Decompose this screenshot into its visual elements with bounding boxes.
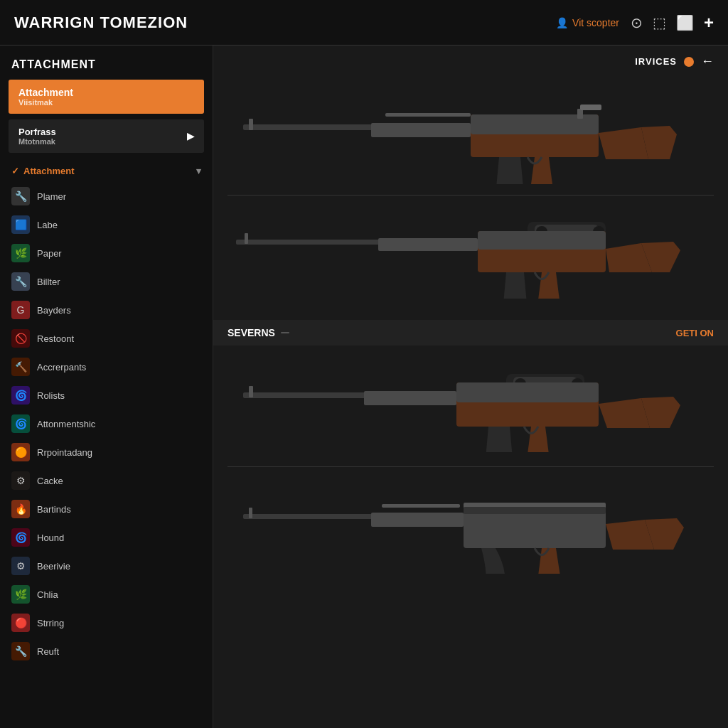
beerivie-icon: ⚙ — [11, 557, 30, 575]
svg-rect-32 — [382, 504, 460, 508]
rifle-3-svg — [228, 360, 714, 452]
rrpointadang-label: Rrpointadang — [37, 447, 92, 458]
sidebar-item-reuft[interactable]: 🔧 Reuft — [6, 637, 207, 665]
sidebar-item-rrpointadang[interactable]: 🟠 Rrpointadang — [6, 438, 207, 466]
sidebar: ATTACHMENT Attachment Viisitmak Porfrass… — [0, 46, 213, 728]
hound-label: Hound — [37, 532, 64, 543]
chevron-down-icon: ▾ — [196, 166, 201, 176]
cacke-label: Cacke — [37, 476, 63, 486]
rifle-4-image — [228, 474, 714, 581]
section-label: Attachment — [23, 166, 75, 176]
svg-rect-18 — [249, 386, 253, 397]
svg-rect-24 — [456, 382, 599, 402]
add-icon[interactable]: + — [704, 13, 714, 33]
sidebar-item-rolists[interactable]: 🌀 Rolists — [6, 381, 207, 410]
chlia-label: Chlia — [37, 589, 58, 600]
attonmentshic-label: Attonmentshic — [37, 419, 95, 429]
sidebar-item-restoont[interactable]: 🚫 Restoont — [6, 324, 207, 353]
reuft-label: Reuft — [37, 646, 59, 657]
severns-title: SEVERNS — [228, 327, 289, 338]
sidebar-item-beerivie[interactable]: ⚙ Beerivie — [6, 552, 207, 580]
bayders-icon: G — [11, 301, 30, 319]
content-area: IRVICES ← — [213, 46, 728, 728]
sidebar-item-cacke[interactable]: ⚙ Cacke — [6, 466, 207, 495]
bartinds-icon: 🔥 — [11, 500, 30, 518]
bartinds-label: Bartinds — [37, 504, 71, 515]
severns-label: SEVERNS — [228, 327, 275, 338]
accrerpants-label: Accrerpants — [37, 362, 86, 373]
sidebar-item-labe[interactable]: 🟦 Labe — [6, 210, 207, 239]
main-layout: ATTACHMENT Attachment Viisitmak Porfrass… — [0, 46, 728, 728]
paper-label: Paper — [37, 248, 62, 259]
rrpointadang-icon: 🟠 — [11, 443, 30, 461]
rifle-2-image — [228, 199, 714, 306]
svg-rect-9 — [245, 233, 248, 244]
geti-on-button[interactable]: GETI ON — [676, 328, 714, 338]
user-info: 👤 Vit scopter — [556, 17, 619, 28]
rifle-2-svg — [228, 206, 714, 299]
attachment-btn-main: Attachment — [18, 87, 194, 98]
svg-rect-6 — [371, 123, 471, 137]
sidebar-item-billter[interactable]: 🔧 Billter — [6, 267, 207, 296]
rifle-3-image — [228, 353, 714, 459]
sidebar-item-bayders[interactable]: G Bayders — [6, 296, 207, 324]
orange-indicator — [684, 57, 694, 67]
svg-rect-4 — [577, 109, 583, 119]
severns-badge — [281, 332, 289, 333]
back-arrow-icon[interactable]: ← — [701, 54, 714, 69]
plamer-label: Plamer — [37, 191, 66, 202]
severns-bar: SEVERNS GETI ON — [213, 320, 728, 346]
hound-icon: 🌀 — [11, 528, 30, 547]
svg-rect-27 — [249, 508, 252, 518]
user-icon: 👤 — [556, 17, 568, 28]
billter-label: Billter — [37, 277, 60, 287]
sidebar-item-paper[interactable]: 🌿 Paper — [6, 239, 207, 267]
sidebar-item-plamer[interactable]: 🔧 Plamer — [6, 182, 207, 210]
attonmentshic-icon: 🌀 — [11, 414, 30, 433]
labe-icon: 🟦 — [11, 215, 30, 234]
reuft-icon: 🔧 — [11, 642, 30, 660]
check-icon: ✓ — [11, 166, 19, 176]
username: Vit scopter — [572, 17, 619, 28]
divider-1 — [228, 195, 714, 196]
svg-rect-25 — [364, 391, 456, 405]
section-header: ✓ Attachment ▾ — [0, 161, 213, 182]
porfrass-button[interactable]: Porfrass Mtotnmak ▶ — [9, 119, 204, 153]
beerivie-label: Beerivie — [37, 561, 70, 572]
attachment-button[interactable]: Attachment Viisitmak — [9, 80, 204, 114]
sidebar-item-strring[interactable]: 🔴 Strring — [6, 609, 207, 637]
plamer-icon: 🔧 — [11, 187, 30, 205]
circle-icon[interactable]: ⊙ — [631, 14, 643, 31]
restoont-icon: 🚫 — [11, 329, 30, 348]
labe-label: Labe — [37, 220, 58, 230]
chevron-right-icon: ▶ — [187, 131, 194, 141]
strring-icon: 🔴 — [11, 614, 30, 632]
svg-rect-16 — [378, 238, 478, 251]
header: WARRIGN TOMEZION 👤 Vit scopter ⊙ ⬚ ⬜ + — [0, 0, 728, 46]
svg-rect-31 — [371, 513, 464, 527]
sidebar-item-chlia[interactable]: 🌿 Chlia — [6, 580, 207, 609]
rifle-1-svg — [228, 92, 714, 184]
rifle-4-svg — [228, 481, 714, 574]
chlia-icon: 🌿 — [11, 585, 30, 604]
bottom-gun-section — [213, 346, 728, 588]
app-title: WARRIGN TOMEZION — [14, 14, 188, 32]
porfrass-btn-main: Porfrass — [18, 127, 56, 137]
rifle-1-image — [228, 85, 714, 191]
bookmark-icon[interactable]: ⬜ — [676, 14, 694, 31]
accrerpants-icon: 🔨 — [11, 358, 30, 376]
rolists-icon: 🌀 — [11, 386, 30, 405]
svg-rect-15 — [478, 231, 606, 250]
sidebar-item-bartinds[interactable]: 🔥 Bartinds — [6, 495, 207, 523]
strring-label: Strring — [37, 618, 64, 628]
paper-icon: 🌿 — [11, 244, 30, 262]
attachment-btn-sub: Viisitmak — [18, 98, 194, 107]
sidebar-title: ATTACHMENT — [0, 46, 213, 80]
square-icon[interactable]: ⬚ — [653, 14, 666, 31]
top-gun-section — [213, 77, 728, 320]
sidebar-item-accrerpants[interactable]: 🔨 Accrerpants — [6, 353, 207, 381]
porfrass-btn-sub: Mtotnmak — [18, 137, 56, 146]
sidebar-item-attonmentshic[interactable]: 🌀 Attonmentshic — [6, 410, 207, 438]
sidebar-item-hound[interactable]: 🌀 Hound — [6, 523, 207, 552]
rolists-label: Rolists — [37, 390, 65, 401]
